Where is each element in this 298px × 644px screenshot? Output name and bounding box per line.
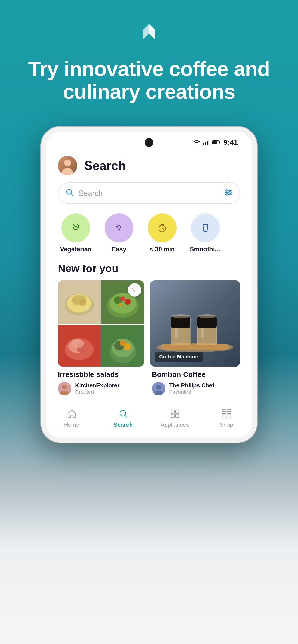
vegetarian-icon-circle — [61, 214, 90, 242]
category-smoothie[interactable]: Smoothi… — [187, 214, 223, 253]
nav-shop-label: Shop — [220, 422, 233, 428]
nav-search-label: Search — [113, 422, 133, 428]
svg-point-44 — [72, 340, 84, 348]
coffee-author-name: The Philips Chef — [169, 382, 214, 389]
card-coffee[interactable]: Coffee Machine — [150, 280, 240, 366]
nav-search[interactable]: Search — [97, 408, 149, 428]
svg-point-50 — [120, 340, 126, 346]
salads-author-action: Created — [75, 389, 119, 395]
smoothie-icon — [199, 222, 212, 234]
svg-rect-1 — [205, 142, 206, 145]
hero-title: Try innovative coffee and culinary creat… — [0, 58, 298, 103]
svg-point-11 — [226, 190, 228, 192]
easy-label: Easy — [112, 246, 126, 253]
kitchen-explorer-avatar — [58, 382, 71, 395]
home-icon — [66, 408, 77, 419]
salads-author-info: KitchenExplorer Created — [75, 382, 119, 395]
svg-point-17 — [77, 226, 77, 226]
vegetarian-label: Vegetarian — [60, 246, 92, 253]
search-bar[interactable]: Search — [58, 182, 240, 204]
svg-rect-3 — [208, 140, 209, 145]
easy-icon — [112, 222, 125, 234]
svg-line-72 — [125, 415, 127, 418]
svg-rect-76 — [175, 414, 179, 418]
svg-point-37 — [125, 299, 130, 304]
svg-line-7 — [71, 193, 73, 196]
svg-point-62 — [198, 314, 217, 318]
phone-screen: 9:41 Search — [46, 132, 252, 438]
card-salads[interactable]: ♡ — [58, 280, 144, 366]
coffee-author-info: The Philips Chef Favorited — [169, 382, 214, 395]
coffee-title: Bombon Coffee — [152, 370, 240, 378]
phone-container: 9:41 Search — [0, 127, 298, 442]
nav-home[interactable]: Home — [46, 408, 97, 428]
search-placeholder[interactable]: Search — [78, 189, 220, 198]
under30-label: < 30 min — [150, 246, 175, 253]
phone-frame: 9:41 Search — [41, 127, 257, 442]
svg-rect-63 — [175, 328, 178, 338]
status-icons: 9:41 — [193, 138, 238, 146]
category-vegetarian[interactable]: Vegetarian — [58, 214, 94, 253]
salads-info: Irresistible salads KitchenExplorer — [58, 370, 146, 395]
coffee-author-row: The Philips Chef Favorited — [152, 382, 240, 395]
salads-image-grid: ♡ — [58, 280, 144, 366]
svg-point-61 — [171, 314, 190, 318]
food-image-4 — [101, 325, 144, 366]
coffee-author-action: Favorited — [169, 389, 214, 395]
camera-notch — [145, 138, 153, 147]
svg-rect-64 — [201, 328, 204, 338]
user-avatar[interactable] — [58, 156, 77, 175]
nav-shop[interactable]: Shop — [201, 408, 252, 428]
app-content: Search Search — [46, 149, 252, 438]
nav-search-icon — [118, 408, 129, 419]
coffee-info: Bombon Coffee The Philips Chef — [152, 370, 240, 395]
svg-line-21 — [162, 228, 164, 229]
svg-point-32 — [72, 295, 87, 304]
nav-home-label: Home — [64, 422, 79, 428]
app-logo — [135, 19, 163, 48]
food-image-1 — [58, 280, 100, 324]
svg-rect-73 — [171, 410, 175, 413]
svg-point-66 — [62, 385, 67, 390]
svg-point-18 — [118, 228, 120, 230]
status-bar: 9:41 — [46, 132, 252, 149]
category-under30[interactable]: < 30 min — [144, 214, 180, 253]
cards-info-row: Irresistible salads KitchenExplorer — [46, 366, 252, 395]
search-bar-container: Search — [46, 180, 252, 209]
svg-rect-57 — [171, 328, 190, 345]
svg-rect-2 — [207, 141, 208, 145]
favorite-button-salads[interactable]: ♡ — [128, 283, 141, 296]
svg-point-12 — [229, 192, 231, 193]
svg-point-16 — [74, 226, 75, 226]
search-icon — [66, 188, 74, 198]
salads-title: Irresistible salads — [58, 370, 146, 378]
category-easy[interactable]: Easy — [101, 214, 137, 253]
signal-icon — [203, 140, 209, 145]
easy-icon-circle — [105, 214, 133, 242]
smoothie-icon-circle — [191, 214, 220, 242]
nav-appliances-label: Appliances — [161, 422, 189, 428]
wifi-icon — [193, 140, 200, 145]
svg-rect-0 — [203, 143, 204, 145]
cards-grid: ♡ — [46, 280, 252, 366]
salads-author-name: KitchenExplorer — [75, 382, 119, 389]
salads-author-row: KitchenExplorer Created — [58, 382, 146, 395]
svg-rect-5 — [213, 141, 217, 144]
bottom-nav: Home Search — [46, 402, 252, 438]
vegetarian-icon — [69, 222, 82, 234]
svg-rect-74 — [175, 410, 179, 413]
svg-point-38 — [120, 296, 125, 301]
filter-icon[interactable] — [224, 189, 232, 198]
coffee-visual: Coffee Machine — [150, 280, 240, 366]
timer-icon — [156, 222, 169, 234]
svg-point-35 — [109, 293, 136, 314]
svg-point-13 — [226, 193, 228, 195]
food-image-3 — [58, 325, 100, 366]
page-title: Search — [84, 158, 126, 173]
nav-appliances[interactable]: Appliances — [149, 408, 201, 428]
status-time: 9:41 — [223, 138, 238, 146]
categories-row: Vegetarian Eas — [46, 209, 252, 260]
philips-chef-avatar — [152, 382, 165, 395]
hero-section: Try innovative coffee and culinary creat… — [0, 0, 298, 117]
page-header: Search — [46, 149, 252, 180]
